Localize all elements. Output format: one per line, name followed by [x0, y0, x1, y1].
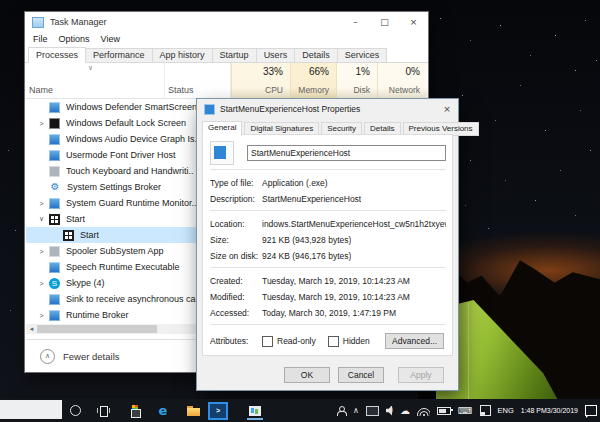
tab-performance[interactable]: Performance [85, 48, 153, 63]
tab-users[interactable]: Users [256, 48, 296, 63]
clock-date: 3/30/2019 [547, 407, 578, 415]
expander[interactable]: > [37, 312, 46, 319]
tablet-mode-icon[interactable] [480, 405, 491, 416]
wallpaper-stars [0, 0, 1, 1]
onedrive-cloud-icon[interactable]: ☁ [400, 405, 410, 417]
field-value: indows.StartMenuExperienceHost_cw5n1h2tx… [262, 219, 446, 229]
file-explorer-button[interactable] [181, 401, 205, 420]
field-label: Type of file: [210, 178, 262, 188]
display-icon[interactable] [366, 406, 379, 416]
field-row: Size on disk: 924 KB (946,176 bytes) [210, 251, 446, 261]
minimize-button[interactable]: – [341, 12, 370, 32]
menu-file[interactable]: File [33, 34, 48, 44]
cpu-total: 33% [263, 66, 283, 77]
column-header-name[interactable]: ∨ Name [26, 63, 165, 98]
expander[interactable]: ∨ [37, 215, 46, 223]
field-row: Type of file: Application (.exe) [210, 178, 446, 188]
speaker-button[interactable]: ) [386, 406, 393, 416]
wifi-icon[interactable] [417, 406, 430, 416]
close-button[interactable]: × [399, 12, 428, 32]
start-menu-icon [63, 230, 74, 241]
clock-time: 1:48 PM [521, 407, 547, 415]
search-box[interactable] [0, 400, 62, 419]
expander[interactable]: > [37, 248, 46, 255]
tab-services[interactable]: Services [337, 48, 388, 63]
divider [210, 210, 446, 211]
field-label: Size on disk: [210, 251, 262, 261]
menu-bar: File Options View [25, 32, 428, 46]
dialog-title-bar[interactable]: StartMenuExperienceHost Properties × [197, 99, 458, 119]
language-indicator[interactable]: ENG [498, 406, 514, 415]
task-view-button[interactable] [91, 401, 115, 420]
field-value: 921 KB (943,928 bytes) [262, 235, 351, 245]
menu-options[interactable]: Options [59, 34, 90, 44]
action-center-icon[interactable] [585, 405, 597, 416]
app-window-icon [49, 294, 60, 305]
tab-app-history[interactable]: App history [152, 48, 213, 63]
expander[interactable]: > [37, 200, 46, 207]
dialog-title: StartMenuExperienceHost Properties [220, 104, 436, 114]
field-label: Modified: [210, 292, 262, 302]
field-value: StartMenuExperienceHost [262, 194, 361, 204]
divider [210, 169, 446, 170]
sort-chevron-icon: ∨ [88, 64, 93, 72]
column-header-cpu[interactable]: 33% CPU [231, 63, 290, 98]
title-bar[interactable]: Task Manager – □ × [25, 12, 428, 32]
field-value: Application (.exe) [262, 178, 328, 188]
tab-details[interactable]: Details [294, 48, 338, 63]
active-pinned-app-button[interactable]: > [206, 401, 230, 420]
taskbar-clock[interactable]: 1:48 PM 3/30/2019 [521, 407, 578, 415]
system-tray: ∧ ) ☁ ⌨ ENG 1:48 PM 3/30/2019 [336, 399, 597, 422]
tab-startup[interactable]: Startup [212, 48, 257, 63]
divider [210, 267, 446, 268]
prompt-tile-icon: > [208, 402, 228, 420]
field-label: Accessed: [210, 308, 262, 318]
process-name: Windows Audio Device Graph Is.. [66, 134, 200, 144]
battery-icon[interactable] [437, 407, 451, 415]
tray-chevron-up-icon[interactable]: ∧ [353, 406, 359, 416]
maximize-button[interactable]: □ [370, 12, 399, 32]
process-name: Skype (4) [66, 278, 105, 288]
cortana-button[interactable] [63, 401, 87, 420]
divider [210, 324, 446, 325]
store-button[interactable] [123, 401, 147, 420]
tab-processes[interactable]: Processes [28, 47, 86, 63]
running-indicator [247, 418, 263, 420]
edge-icon: e [159, 404, 168, 418]
touch-keyboard-icon[interactable]: ⌨ [458, 405, 472, 417]
process-name: Speech Runtime Executable [66, 262, 180, 272]
expander[interactable]: > [37, 120, 46, 127]
task-manager-icon [249, 406, 261, 416]
network-total: 0% [406, 66, 420, 77]
ok-button[interactable]: OK [284, 367, 330, 383]
field-row: Description: StartMenuExperienceHost [210, 194, 446, 204]
readonly-label: Read-only [277, 336, 316, 346]
field-value: Tuesday, March 19, 2019, 10:14:23 AM [262, 276, 410, 286]
column-header-status[interactable]: Status [165, 63, 231, 98]
cancel-button[interactable]: Cancel [338, 367, 384, 383]
tab-strip: Processes Performance App history Startu… [25, 46, 428, 63]
filename-input[interactable]: StartMenuExperienceHost [247, 145, 446, 161]
start-menu-icon [49, 214, 60, 225]
advanced-button[interactable]: Advanced... [385, 333, 444, 349]
column-header-disk[interactable]: 1% Disk [336, 63, 377, 98]
people-icon[interactable] [336, 406, 346, 416]
column-header-network[interactable]: 0% Network [377, 63, 427, 98]
menu-view[interactable]: View [101, 34, 120, 44]
column-header-memory[interactable]: 66% Memory [290, 63, 336, 98]
scroll-left-arrow-icon[interactable]: ◂ [26, 325, 37, 333]
disk-total: 1% [356, 66, 370, 77]
dialog-tab-general[interactable]: General [202, 121, 242, 136]
scrollbar-thumb[interactable] [37, 325, 157, 333]
hidden-checkbox[interactable] [328, 336, 339, 347]
readonly-checkbox[interactable] [262, 336, 273, 347]
edge-button[interactable]: e [151, 401, 175, 420]
apply-button[interactable]: Apply [398, 367, 444, 383]
expander[interactable]: > [37, 280, 46, 287]
process-name: Windows Default Lock Screen [66, 118, 186, 128]
dialog-close-icon[interactable]: × [436, 99, 458, 119]
column-headers: ∨ Name Status 33% CPU 66% Memory 1% Disk… [26, 63, 427, 99]
cortana-icon [70, 405, 81, 416]
task-manager-taskbar-button[interactable] [243, 401, 267, 420]
disk-label: Disk [353, 85, 370, 95]
